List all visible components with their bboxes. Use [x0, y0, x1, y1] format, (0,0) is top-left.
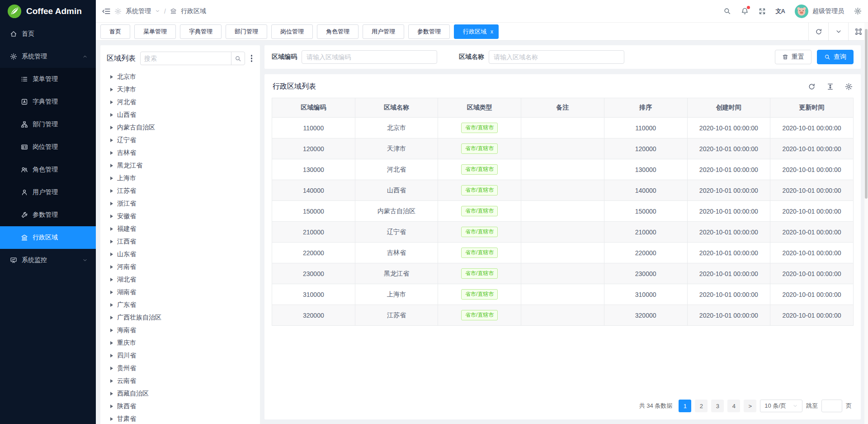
tree-item[interactable]: 江苏省: [107, 185, 254, 197]
next-page-button[interactable]: >: [744, 400, 756, 412]
search-icon[interactable]: [723, 7, 731, 15]
table-row[interactable]: 210000 辽宁省 省市/直辖市 210000 2020-10-01 00:0…: [272, 222, 854, 243]
refresh-icon[interactable]: [808, 83, 816, 91]
page-button[interactable]: 1: [679, 400, 691, 412]
tab[interactable]: 用户管理x: [363, 24, 404, 39]
region-name-input[interactable]: [489, 50, 624, 64]
tree-item[interactable]: 山西省: [107, 109, 254, 121]
sidebar-item-menu-mgmt[interactable]: 菜单管理: [0, 68, 96, 91]
collapse-sidebar-icon[interactable]: [102, 7, 110, 15]
caret-right-icon[interactable]: [110, 405, 113, 408]
sidebar-item-dept-mgmt[interactable]: 部门管理: [0, 113, 96, 136]
tree-search-button[interactable]: [231, 52, 245, 65]
sidebar-item-home[interactable]: 首页: [0, 23, 96, 45]
sidebar-item-param-mgmt[interactable]: 参数管理: [0, 204, 96, 226]
user-menu[interactable]: 超级管理员: [795, 5, 844, 18]
page-button[interactable]: 4: [727, 400, 740, 412]
tab[interactable]: 岗位管理x: [271, 24, 313, 39]
search-button[interactable]: 查询: [817, 50, 854, 64]
settings-gear-icon[interactable]: [854, 7, 862, 15]
tree-item[interactable]: 山东省: [107, 248, 254, 261]
table-row[interactable]: 140000 山西省 省市/直辖市 140000 2020-10-01 00:0…: [272, 180, 854, 201]
tree-item[interactable]: 海南省: [107, 324, 254, 337]
caret-right-icon[interactable]: [110, 265, 113, 269]
sidebar-item-system[interactable]: 系统管理: [0, 45, 96, 68]
tree-item[interactable]: 四川省: [107, 349, 254, 362]
table-row[interactable]: 310000 上海市 省市/直辖市 310000 2020-10-01 00:0…: [272, 284, 854, 305]
notifications-button[interactable]: [741, 7, 749, 15]
tab[interactable]: 部门管理x: [226, 24, 267, 39]
tree-item[interactable]: 湖南省: [107, 286, 254, 299]
tree-item[interactable]: 河北省: [107, 96, 254, 109]
tree-item[interactable]: 广东省: [107, 299, 254, 311]
tree-item[interactable]: 广西壮族自治区: [107, 311, 254, 324]
tree-search-input[interactable]: [141, 55, 231, 62]
caret-right-icon[interactable]: [110, 252, 113, 256]
sidebar-item-user-mgmt[interactable]: 用户管理: [0, 181, 96, 204]
caret-right-icon[interactable]: [110, 88, 113, 91]
tree-item[interactable]: 浙江省: [107, 197, 254, 210]
translate-icon[interactable]: 文A: [776, 7, 785, 15]
caret-right-icon[interactable]: [110, 75, 113, 79]
table-row[interactable]: 130000 河北省 省市/直辖市 130000 2020-10-01 00:0…: [272, 159, 854, 180]
caret-right-icon[interactable]: [110, 417, 113, 421]
jump-page-input[interactable]: [821, 400, 842, 412]
sidebar-item-dict-mgmt[interactable]: 字典管理: [0, 91, 96, 113]
tree-item[interactable]: 云南省: [107, 375, 254, 387]
caret-right-icon[interactable]: [110, 316, 113, 319]
table-row[interactable]: 150000 内蒙古自治区 省市/直辖市 150000 2020-10-01 0…: [272, 201, 854, 222]
window-scrollbar[interactable]: [864, 23, 868, 424]
caret-right-icon[interactable]: [110, 291, 113, 294]
tree-item[interactable]: 安徽省: [107, 210, 254, 223]
tree-item[interactable]: 上海市: [107, 172, 254, 185]
table-row[interactable]: 120000 天津市 省市/直辖市 120000 2020-10-01 00:0…: [272, 138, 854, 159]
table-row[interactable]: 110000 北京市 省市/直辖市 110000 2020-10-01 00:0…: [272, 118, 854, 138]
tab-options-button[interactable]: [828, 23, 848, 41]
tab[interactable]: 字典管理x: [180, 24, 222, 39]
sidebar-item-monitor[interactable]: 系统监控: [0, 249, 96, 272]
breadcrumb-root[interactable]: 系统管理: [126, 7, 151, 15]
table-row[interactable]: 220000 吉林省 省市/直辖市 220000 2020-10-01 00:0…: [272, 243, 854, 263]
caret-right-icon[interactable]: [110, 176, 113, 180]
sidebar-item-admin-region[interactable]: 行政区域: [0, 226, 96, 249]
tree-item[interactable]: 西藏自治区: [107, 387, 254, 400]
caret-right-icon[interactable]: [110, 354, 113, 357]
tree-item[interactable]: 福建省: [107, 223, 254, 235]
table-row[interactable]: 230000 黑龙江省 省市/直辖市 230000 2020-10-01 00:…: [272, 263, 854, 284]
tab[interactable]: 行政区域x: [454, 24, 499, 39]
kebab-menu-icon[interactable]: [250, 53, 254, 63]
page-button[interactable]: 3: [711, 400, 724, 412]
caret-right-icon[interactable]: [110, 189, 113, 193]
tree-item[interactable]: 江西省: [107, 235, 254, 248]
caret-right-icon[interactable]: [110, 392, 113, 395]
tab[interactable]: 参数管理x: [408, 24, 450, 39]
column-settings-gear-icon[interactable]: [845, 83, 853, 91]
caret-right-icon[interactable]: [110, 329, 113, 332]
page-button[interactable]: 2: [695, 400, 708, 412]
caret-right-icon[interactable]: [110, 164, 113, 167]
sidebar-item-post-mgmt[interactable]: 岗位管理: [0, 136, 96, 158]
tree-item[interactable]: 黑龙江省: [107, 159, 254, 172]
caret-right-icon[interactable]: [110, 240, 113, 243]
tree-item[interactable]: 贵州省: [107, 362, 254, 375]
caret-right-icon[interactable]: [110, 113, 113, 117]
page-size-select[interactable]: 10 条/页: [760, 400, 802, 412]
tree-item[interactable]: 陕西省: [107, 400, 254, 413]
caret-right-icon[interactable]: [110, 214, 113, 218]
tree-item[interactable]: 湖北省: [107, 273, 254, 286]
caret-right-icon[interactable]: [110, 151, 113, 155]
tree-item[interactable]: 吉林省: [107, 147, 254, 159]
sidebar-item-role-mgmt[interactable]: 角色管理: [0, 158, 96, 181]
scrollbar-thumb[interactable]: [865, 29, 868, 199]
caret-right-icon[interactable]: [110, 227, 113, 231]
region-code-input[interactable]: [302, 50, 437, 64]
tree-item[interactable]: 河南省: [107, 261, 254, 273]
tree-item[interactable]: 重庆市: [107, 337, 254, 349]
tree-item[interactable]: 甘肃省: [107, 413, 254, 424]
tab[interactable]: 首页x: [100, 24, 130, 39]
caret-right-icon[interactable]: [110, 138, 113, 142]
close-icon[interactable]: x: [491, 29, 493, 35]
row-density-icon[interactable]: [826, 83, 834, 91]
refresh-tab-button[interactable]: [808, 23, 828, 41]
fullscreen-icon[interactable]: [759, 8, 766, 15]
